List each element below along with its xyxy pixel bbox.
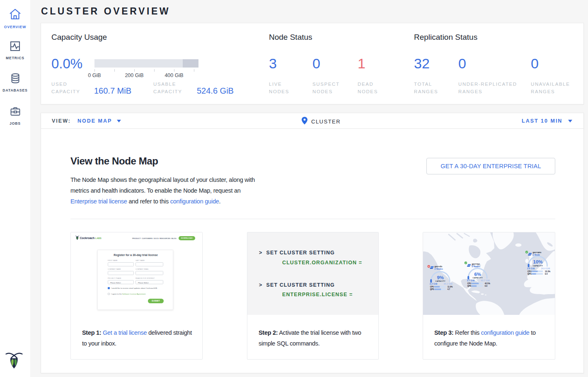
svg-text:65.7 GiB: 65.7 GiB	[481, 279, 490, 282]
svg-text:0.4: 0.4	[545, 273, 548, 275]
svg-text:QPS: QPS	[528, 273, 532, 275]
svg-text:3.7 GiB: 3.7 GiB	[467, 279, 475, 282]
svg-text:3.2 GiB: 3.2 GiB	[430, 283, 438, 285]
svg-text:0.0: 0.0	[485, 285, 488, 287]
svg-text:CPU: CPU	[528, 271, 532, 273]
svg-text:11.0%: 11.0%	[448, 286, 453, 288]
svg-text:42.5%: 42.5%	[485, 283, 490, 285]
svg-text:13.3%: 13.3%	[545, 271, 550, 273]
svg-text:1 Node: 1 Node	[533, 254, 540, 256]
svg-text:CPU: CPU	[467, 283, 472, 285]
svg-text:QPS: QPS	[430, 288, 434, 290]
svg-text:CAPACITY: CAPACITY	[472, 277, 483, 279]
svg-text:3.6 GiB: 3.6 GiB	[527, 267, 535, 270]
svg-text:CAPACITY: CAPACITY	[533, 265, 543, 267]
svg-text:QPS: QPS	[467, 285, 472, 287]
svg-text:4.7: 4.7	[448, 288, 450, 290]
svg-text:6%: 6%	[474, 272, 481, 277]
svg-text:34.4 GiB: 34.4 GiB	[541, 267, 550, 270]
svg-text:9%: 9%	[437, 275, 444, 280]
svg-text:CAPACITY: CAPACITY	[435, 280, 445, 282]
svg-text:CPU: CPU	[430, 286, 434, 288]
svg-text:2 Nodes: 2 Nodes	[435, 268, 443, 270]
svg-text:35.1 GiB: 35.1 GiB	[443, 283, 452, 285]
svg-text:2 Nodes: 2 Nodes	[472, 265, 480, 268]
svg-text:10%: 10%	[533, 259, 542, 264]
